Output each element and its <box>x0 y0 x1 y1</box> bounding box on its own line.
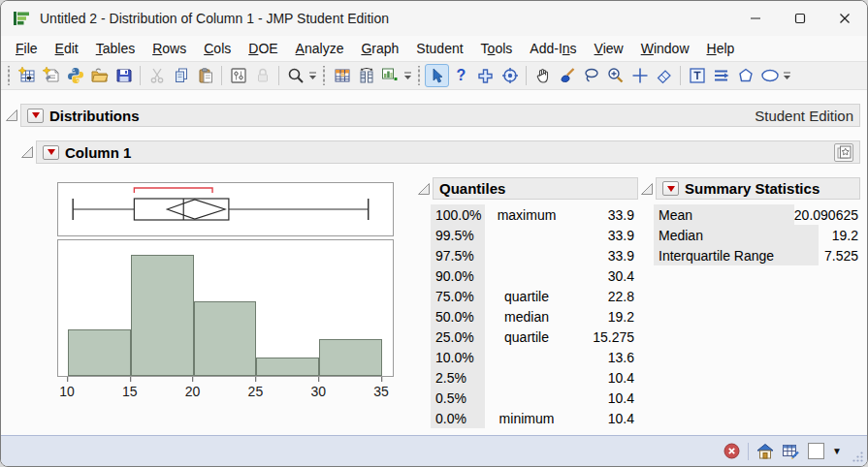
scroller-tool-button[interactable] <box>709 64 733 87</box>
menu-cols[interactable]: Cols <box>195 38 240 59</box>
eraser-tool-button[interactable] <box>652 64 676 87</box>
student-edition-badge: Student Edition <box>755 108 853 124</box>
disclosure-triangle-icon[interactable] <box>640 182 654 196</box>
summary-statistics-red-triangle-button[interactable] <box>662 181 679 196</box>
polygon-tool-button[interactable] <box>733 64 757 87</box>
new-script-button[interactable] <box>39 64 63 87</box>
status-bar: ▼ <box>1 435 867 466</box>
outlier-boxplot-panel[interactable] <box>57 182 394 236</box>
toolbar-drag-handle[interactable] <box>416 66 422 85</box>
distributions-red-triangle-button[interactable] <box>27 109 44 123</box>
menu-rows[interactable]: Rows <box>144 38 195 59</box>
maximize-button[interactable] <box>778 1 822 36</box>
toolbar-overflow-chevron[interactable] <box>402 64 413 87</box>
quantile-value: 19.2 <box>568 309 638 325</box>
toolbar-drag-handle[interactable] <box>6 66 12 85</box>
close-button[interactable] <box>822 1 867 36</box>
oval-icon <box>760 67 780 84</box>
arrow-tool-button[interactable] <box>425 64 449 87</box>
quantile-pct: 0.5% <box>431 388 485 408</box>
toolbar-overflow-chevron[interactable] <box>782 64 792 87</box>
jmp-window: Untitled 2 - Distribution of Column 1 - … <box>0 0 868 467</box>
copy-button[interactable] <box>169 64 193 87</box>
menu-graph[interactable]: Graph <box>352 38 407 59</box>
error-status-icon[interactable] <box>723 443 740 459</box>
python-button[interactable] <box>63 64 87 87</box>
quantile-value: 33.9 <box>568 248 638 264</box>
histogram-panel[interactable] <box>57 239 394 377</box>
save-icon <box>115 67 133 84</box>
disclosure-triangle-icon[interactable] <box>20 145 34 159</box>
lasso-tool-button[interactable] <box>579 64 603 87</box>
summary-statistics-header: Summary Statistics <box>640 177 860 200</box>
histogram-bar[interactable] <box>131 255 194 376</box>
data-table-window-icon[interactable] <box>782 443 800 460</box>
summary-row: Median19.2 <box>654 225 860 245</box>
histogram-bar[interactable] <box>68 329 131 376</box>
menu-add-ins[interactable]: Add-Ins <box>521 38 585 59</box>
hand-tool-button[interactable] <box>530 64 555 87</box>
toolbar-overflow-chevron[interactable] <box>307 64 318 87</box>
graph-builder-button[interactable] <box>378 64 402 87</box>
menu-analyze[interactable]: Analyze <box>287 38 353 59</box>
window-list-caret-icon[interactable]: ▼ <box>832 446 842 456</box>
home-icon[interactable] <box>756 443 774 460</box>
search-button[interactable] <box>283 64 307 87</box>
data-table-panel-icon <box>334 67 351 84</box>
oval-tool-button[interactable] <box>757 64 782 87</box>
minimize-button[interactable] <box>733 1 778 36</box>
brush-tool-button[interactable] <box>555 64 579 87</box>
toolbar-drag-handle[interactable] <box>321 66 327 85</box>
save-button[interactable] <box>112 64 136 87</box>
zoom-in-tool-button[interactable] <box>603 64 627 87</box>
window-color-swatch[interactable] <box>808 443 824 459</box>
journal-star-button[interactable] <box>834 143 853 162</box>
new-data-table-button[interactable] <box>15 64 39 87</box>
quantile-row: 25.0%quartile15.275 <box>431 327 638 347</box>
help-tool-button[interactable]: ? <box>449 64 473 87</box>
join-tables-icon <box>358 67 375 84</box>
data-filter-button[interactable] <box>226 64 250 87</box>
menu-tables[interactable]: Tables <box>87 38 144 59</box>
annotate-tool-button[interactable] <box>685 64 709 87</box>
histogram-bar[interactable] <box>319 339 382 376</box>
selection-target-tool-button[interactable] <box>498 64 522 87</box>
quantile-value: 22.8 <box>568 289 638 304</box>
toolbar-separator <box>526 66 527 85</box>
disclosure-triangle-icon[interactable] <box>5 109 18 122</box>
data-table-panel-button[interactable] <box>330 64 354 87</box>
join-tables-button[interactable] <box>354 64 378 87</box>
column1-red-triangle-button[interactable] <box>43 145 59 160</box>
title-bar: Untitled 2 - Distribution of Column 1 - … <box>1 1 867 36</box>
disclosure-triangle-icon[interactable] <box>417 182 431 196</box>
resize-grip[interactable] <box>851 450 864 463</box>
quantiles-table: 100.0%maximum33.9 99.5%33.9 97.5%33.9 90… <box>431 204 638 428</box>
python-icon <box>67 67 84 84</box>
fat-plus-tool-button[interactable] <box>473 64 498 87</box>
crosshair-tool-button[interactable] <box>627 64 652 87</box>
menu-tools[interactable]: Tools <box>472 38 522 59</box>
menu-help[interactable]: Help <box>698 38 744 59</box>
quantile-row: 10.0%13.6 <box>431 347 638 367</box>
histogram-x-axis: 101520253035 <box>57 377 394 398</box>
paste-button[interactable] <box>193 64 217 87</box>
menu-view[interactable]: View <box>586 38 632 59</box>
menu-window[interactable]: Window <box>632 38 698 59</box>
quantile-row: 97.5%33.9 <box>431 245 638 265</box>
x-axis-tick-label: 30 <box>310 377 326 399</box>
x-axis-tick-label: 15 <box>122 377 138 399</box>
quantile-pct: 25.0% <box>431 327 485 347</box>
help-question-icon: ? <box>457 68 466 83</box>
histogram-bar[interactable] <box>194 301 257 376</box>
quantile-value: 33.9 <box>568 228 638 243</box>
quantile-pct: 97.5% <box>431 245 485 265</box>
histogram-bar[interactable] <box>256 358 319 376</box>
annotate-text-icon <box>689 67 706 84</box>
open-button[interactable] <box>87 64 112 87</box>
menu-file[interactable]: File <box>7 38 47 59</box>
quantile-row: 0.5%10.4 <box>431 388 638 408</box>
menu-edit[interactable]: Edit <box>47 38 87 59</box>
menu-doe[interactable]: DOE <box>240 38 286 59</box>
menu-student[interactable]: Student <box>407 38 471 59</box>
quantile-label: minimum <box>485 411 568 426</box>
